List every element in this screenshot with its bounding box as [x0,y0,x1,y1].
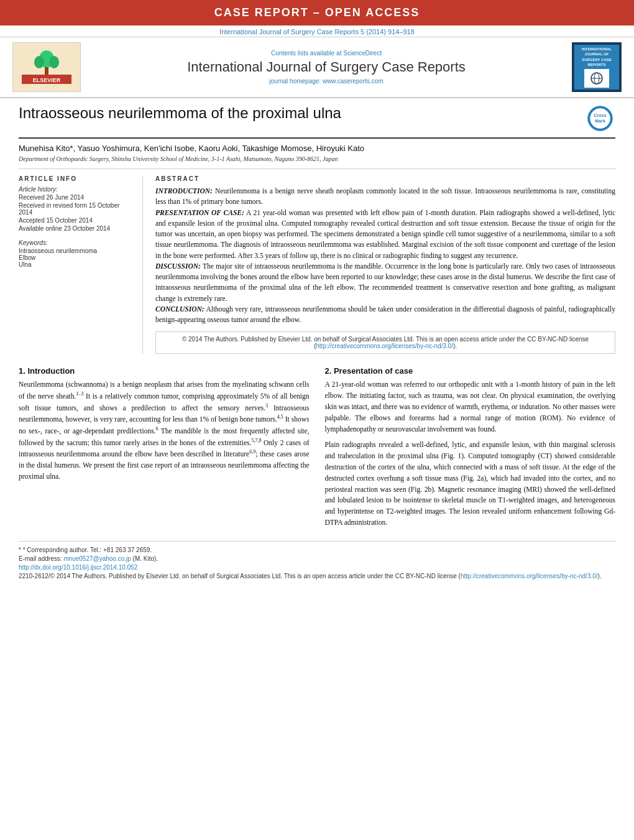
journal-icon [586,71,608,86]
article-container: Intraosseous neurilemmoma of the proxima… [0,98,634,588]
body-section: 1. Introduction Neurilemmoma (schwannoma… [19,366,615,528]
doi-link[interactable]: http://dx.doi.org/10.1016/j.ijscr.2014.1… [19,564,615,571]
keyword-2: Elbow [19,254,135,261]
affiliation: Department of Orthopaedic Surgery, Shins… [19,155,615,162]
keyword-1: Intraosseous neurilemmoma [19,247,135,254]
license-footer: 2210-2612/© 2014 The Authors. Published … [19,573,615,579]
abstract-column: ABSTRACT INTRODUCTION: Neurilemmoma is a… [155,175,615,354]
svg-point-4 [49,56,59,68]
footer-section: * * Corresponding author. Tel.: +81 263 … [19,541,615,579]
case-heading: 2. Presentation of case [325,366,616,376]
case-paragraph-2: Plain radiographs revealed a well-define… [325,440,616,528]
copyright-text: © 2014 The Authors. Published by Elsevie… [182,336,589,349]
svg-point-3 [34,56,44,68]
crossmark-badge[interactable]: Cross Mark [584,104,615,132]
keywords-section: Keywords: Intraosseous neurilemmoma Elbo… [19,239,135,268]
case-report-banner: CASE REPORT – OPEN ACCESS [0,0,634,25]
journal-title: International Journal of Surgery Case Re… [87,59,566,75]
svg-rect-5 [45,67,48,75]
article-title-section: Intraosseous neurilemmoma of the proxima… [19,104,615,139]
journal-logo-right: INTERNATIONAL JOURNAL OF SURGERY CASE RE… [572,42,622,92]
introduction-column: 1. Introduction Neurilemmoma (schwannoma… [19,366,310,528]
abstract-conclusion-label: CONCLUSION: [155,305,204,313]
journal-header: ELSEVIER Contents lists available at Sci… [0,37,634,98]
article-history-label: Article history: [19,186,135,193]
keyword-3: Ulna [19,261,135,268]
intro-paragraph: Neurilemmoma (schwannoma) is a benign ne… [19,379,310,482]
elsevier-logo: ELSEVIER [12,42,81,92]
footer-license-link[interactable]: http://creativecommons.org/licenses/by-n… [461,573,598,579]
svg-text:Cross: Cross [594,113,606,118]
received-date: Received 26 June 2014 [19,194,135,201]
abstract-conclusion-text: Although very rare, intraosseous neurile… [155,305,615,323]
journal-citation: International Journal of Surgery Case Re… [219,28,415,35]
abstract-discussion-text: The major site of intraosseous neurilemm… [155,262,615,302]
article-info-column: ARTICLE INFO Article history: Received 2… [19,175,143,354]
abstract-intro-text: Neurilemmoma is a benign nerve sheath ne… [155,187,615,205]
copyright-box: © 2014 The Authors. Published by Elsevie… [155,331,615,354]
case-paragraph-1: A 21-year-old woman was referred to our … [325,379,616,435]
case-column: 2. Presentation of case A 21-year-old wo… [325,366,616,528]
accepted-date: Accepted 15 October 2014 [19,217,135,224]
abstract-text: INTRODUCTION: Neurilemmoma is a benign n… [155,186,615,325]
article-info-label: ARTICLE INFO [19,175,135,182]
keywords-label: Keywords: [19,239,135,246]
elsevier-logo-svg: ELSEVIER [22,50,71,84]
email-section: E-mail address: mnue0527@yahoo.co.jp (M.… [19,555,615,562]
abstract-intro-label: INTRODUCTION: [155,187,213,195]
abstract-discussion-label: DISCUSSION: [155,262,201,270]
journal-center: Contents lists available at ScienceDirec… [81,50,572,85]
journal-homepage-link[interactable]: www.casereports.com [323,78,384,85]
crossmark-svg: Cross Mark [586,104,614,132]
star-symbol: * [19,547,23,553]
received-revised-date: Received in revised form 15 October 2014 [19,202,135,216]
sciencedirect-link[interactable]: ScienceDirect [343,50,382,57]
svg-text:ELSEVIER: ELSEVIER [33,77,61,83]
intro-heading: 1. Introduction [19,366,310,376]
authors: Munehisa Kito*, Yasuo Yoshimura, Ken'ich… [19,144,615,153]
contents-available: Contents lists available at ScienceDirec… [87,50,566,57]
corresponding-author: * * Corresponding author. Tel.: +81 263 … [19,547,615,553]
banner-text: CASE REPORT – OPEN ACCESS [214,6,420,19]
article-title: Intraosseous neurilemmoma of the proxima… [19,104,575,122]
journal-homepage: journal homepage: www.casereports.com [87,78,566,85]
abstract-case-label: PRESENTATION OF CASE: [155,209,244,216]
body-two-col: 1. Introduction Neurilemmoma (schwannoma… [19,366,615,528]
license-link[interactable]: http://creativecommons.org/licenses/by-n… [316,343,453,349]
svg-text:Mark: Mark [595,118,605,124]
journal-logo-inner: INTERNATIONAL JOURNAL OF SURGERY CASE RE… [574,45,619,90]
journal-subheader: International Journal of Surgery Case Re… [0,25,634,37]
abstract-label: ABSTRACT [155,175,615,182]
email-link[interactable]: mnue0527@yahoo.co.jp [63,555,131,562]
article-info-abstract: ARTICLE INFO Article history: Received 2… [19,168,615,354]
available-date: Available online 23 October 2014 [19,225,135,232]
